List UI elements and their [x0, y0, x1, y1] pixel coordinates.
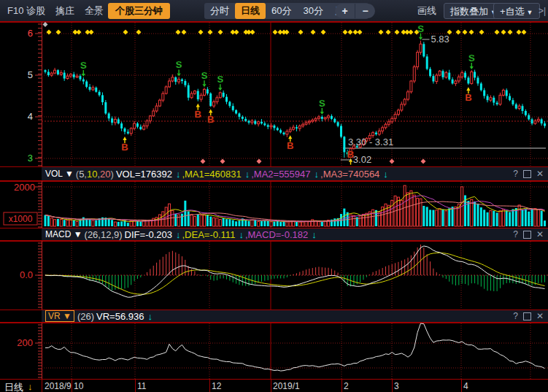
macd-chart[interactable]: 0.0: [0, 241, 548, 310]
maximize-icon[interactable]: [523, 312, 531, 320]
down-arrow-icon: ↓: [176, 229, 181, 240]
stock-3min-button[interactable]: 个股三分钟: [108, 3, 170, 19]
signal-diamond-icon: [321, 30, 326, 35]
zoom-in-button[interactable]: +: [335, 4, 355, 18]
volume-panel-header: VOL ▼(5,10,20)VOL=176392↓,MA1=460831↓,MA…: [0, 166, 548, 181]
indicator-value-1: ,DEA=-0.111: [182, 229, 236, 240]
vr-panel-header: VR ▼(26)VR=56.936↓?✕: [0, 310, 548, 323]
macd-panel-header: MACD ▼(26,12,9)DIF=-0.203↓,DEA=-0.111↓,M…: [0, 228, 548, 241]
indicator-value-0: DIF=-0.203: [125, 229, 172, 240]
date-label: 10: [74, 381, 83, 391]
period-label[interactable]: 日线: [4, 381, 23, 392]
sell-signal-marker: S: [417, 23, 424, 34]
time-axis: 日线 ↓ 2018/91011122019/1234: [0, 379, 548, 392]
macd-indicator-dropdown[interactable]: MACD ▼: [45, 229, 82, 239]
buy-signal-marker: B: [195, 109, 201, 120]
volume-axis-label: 2000: [14, 182, 35, 193]
sell-signal-marker: S: [468, 53, 475, 64]
date-label: 3: [394, 381, 399, 391]
period-tab-1[interactable]: 日线: [235, 3, 266, 19]
axis-tick: [209, 380, 210, 392]
signal-diamond-icon: [89, 30, 94, 35]
vol-indicator-dropdown[interactable]: VOL ▼: [45, 169, 74, 179]
vr-chart[interactable]: 200: [0, 323, 548, 379]
volume-ma-line: [45, 196, 545, 222]
axis-tick: [135, 380, 136, 392]
down-arrow-icon: [82, 74, 85, 77]
down-arrow-icon: [419, 37, 422, 40]
maximize-icon[interactable]: [523, 231, 531, 239]
buy-signal-marker: B: [465, 92, 471, 103]
date-label: 12: [212, 381, 221, 391]
volume-ma-line: [45, 201, 545, 221]
date-label: 2: [344, 381, 349, 391]
price-axis-label: 5: [28, 69, 33, 80]
menu-item-1[interactable]: 诊股: [26, 0, 45, 22]
buy-signal-marker: B: [287, 140, 293, 151]
volume-ma-line: [45, 193, 545, 222]
indicator-params: (26): [77, 311, 94, 322]
close-icon[interactable]: ✕: [536, 169, 544, 179]
dif-line: [45, 246, 545, 297]
down-arrow-icon: ↓: [383, 169, 388, 180]
down-arrow-icon: ↓: [312, 229, 317, 240]
high-price-annotation: 5.83: [431, 34, 449, 45]
vr-indicator-dropdown[interactable]: VR ▼: [45, 310, 74, 322]
signal-diamond-icon: [56, 30, 61, 35]
axis-tick: [392, 380, 393, 392]
indicator-value-0: VR=56.936: [96, 311, 144, 322]
price-axis-label: 6: [28, 28, 33, 39]
period-tab-2[interactable]: 60分: [266, 3, 297, 19]
signal-diamond-icon: [198, 30, 204, 35]
down-arrow-icon: ↓: [28, 381, 33, 392]
down-arrow-icon: ↓: [245, 169, 250, 180]
collapse-panel-icon[interactable]: >|: [539, 0, 546, 22]
axis-tick: [271, 380, 271, 392]
maximize-icon[interactable]: [523, 170, 531, 178]
volume-chart[interactable]: 2000x1000: [0, 181, 548, 228]
indicator-value-1: ,MA1=460831: [182, 169, 241, 180]
help-icon[interactable]: ?: [513, 229, 518, 239]
menu-item-3[interactable]: 全景: [85, 0, 104, 22]
date-label: 11: [137, 381, 146, 391]
down-arrow-icon: ↓: [314, 169, 320, 180]
chevron-down-icon: ▼: [527, 9, 533, 16]
buy-signal-marker: B: [207, 114, 214, 125]
help-icon[interactable]: ?: [513, 311, 518, 321]
axis-tick: [72, 380, 72, 392]
indicator-value-2: ,MA2=555947: [251, 169, 310, 180]
add-watchlist-button[interactable]: +自选▼: [493, 3, 540, 19]
period-tab-3[interactable]: 30分: [297, 3, 328, 19]
sell-signal-marker: S: [201, 70, 208, 81]
low-price-annotation: 3.02: [353, 154, 371, 165]
volume-unit-label: x1000: [9, 214, 33, 224]
signal-diamond-icon: [257, 159, 262, 164]
stock-app-window: F10诊股擒庄全景 个股三分钟 分时日线60分30分周线▼ +− 画线 指数叠加…: [0, 0, 548, 392]
down-arrow-icon: ↓: [147, 311, 153, 322]
sell-signal-marker: S: [217, 74, 223, 85]
signal-diamond-icon: [390, 159, 395, 164]
close-icon[interactable]: ✕: [536, 229, 544, 239]
draw-line-button[interactable]: 画线: [417, 0, 436, 22]
price-chart[interactable]: 6543SSSSSSSBBBBBB5.833.30 - 3.313.02: [0, 22, 548, 166]
zoom-out-button[interactable]: −: [355, 4, 375, 18]
price-axis-label: 4: [28, 111, 33, 122]
top-toolbar: F10诊股擒庄全景 个股三分钟 分时日线60分30分周线▼ +− 画线 指数叠加…: [0, 0, 548, 22]
period-tab-0[interactable]: 分时: [204, 3, 235, 19]
down-arrow-icon: ↓: [176, 169, 181, 180]
up-arrow-icon: [123, 137, 126, 140]
indicator-params: (5,10,20): [76, 169, 114, 180]
menu-item-f10[interactable]: F10: [7, 0, 23, 22]
date-label: 2018/9: [45, 381, 72, 391]
axis-tick: [341, 380, 342, 392]
macd-axis-label: 0.0: [20, 269, 33, 280]
down-arrow-icon: ↓: [239, 229, 244, 240]
down-arrow-icon: [202, 84, 206, 87]
close-icon[interactable]: ✕: [536, 311, 544, 321]
sell-signal-marker: S: [80, 60, 87, 71]
help-icon[interactable]: ?: [513, 169, 518, 179]
menu-item-2[interactable]: 擒庄: [55, 0, 74, 22]
sell-signal-marker: S: [319, 98, 325, 109]
down-arrow-icon: [177, 73, 181, 76]
down-arrow-icon: [218, 88, 222, 91]
